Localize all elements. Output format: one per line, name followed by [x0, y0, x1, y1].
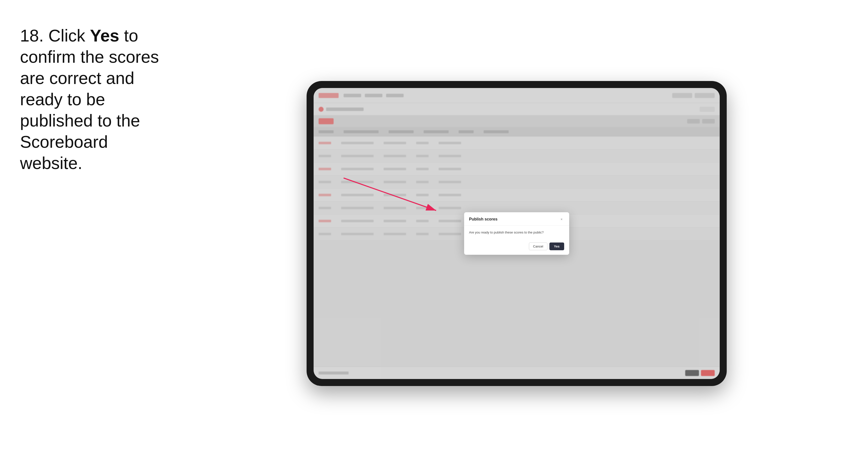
dialog-header: Publish scores × — [464, 212, 569, 225]
cancel-button[interactable]: Cancel — [529, 243, 548, 250]
yes-button[interactable]: Yes — [550, 243, 564, 250]
publish-scores-dialog: Publish scores × Are you ready to publis… — [464, 212, 569, 255]
instruction-body: Click Yes to confirm the scores are corr… — [20, 26, 159, 173]
dialog-close-button[interactable]: × — [559, 217, 564, 222]
dialog-message: Are you ready to publish these scores to… — [469, 230, 564, 235]
modal-overlay: Publish scores × Are you ready to publis… — [314, 88, 720, 379]
instruction-text: 18. Click Yes to confirm the scores are … — [20, 15, 165, 174]
step-number: 18. — [20, 26, 44, 45]
tablet-device: Publish scores × Are you ready to publis… — [307, 81, 727, 386]
dialog-body: Are you ready to publish these scores to… — [464, 225, 569, 240]
tablet-screen: Publish scores × Are you ready to publis… — [314, 88, 720, 379]
dialog-footer: Cancel Yes — [464, 240, 569, 255]
dialog-title: Publish scores — [469, 217, 498, 221]
bold-yes: Yes — [90, 26, 119, 45]
